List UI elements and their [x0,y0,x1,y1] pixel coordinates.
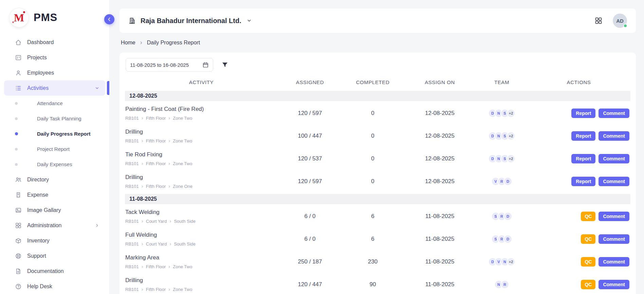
table-header: ACTIVITYASSIGNEDCOMPLETEDASSIGN ONTEAMAC… [125,74,630,90]
activity-cell: Tack Welding RB101›Court Yard›South Side [125,209,278,224]
completed-value: 0 [342,155,403,162]
completed-value: 0 [342,110,403,117]
assigned-value: 6 / 0 [278,236,342,242]
sidebar-item-image-gallary[interactable]: Image Gallary [4,202,105,218]
sidebar-item-support[interactable]: Support [4,248,105,263]
comment-button[interactable]: Comment [599,212,629,221]
sidebar-subitem-daily-task-planning[interactable]: Daily Task Planning [0,111,109,126]
path-segment: RB101 [125,116,139,121]
report-button[interactable]: Report [571,131,595,141]
date-range-picker[interactable] [126,58,213,72]
header-right: AD [594,14,627,28]
sidebar-item-dashboard[interactable]: Dashboard [4,35,105,50]
qc-button[interactable]: QC [581,280,595,290]
comment-button[interactable]: Comment [599,109,629,118]
comment-button[interactable]: Comment [599,234,629,244]
employees-icon [15,70,22,76]
sidebar-item-help-desk[interactable]: Help Desk [4,279,105,294]
path-segment: Fifth Floor [146,264,166,269]
activity-location-path: RB101›Fifth Floor›Zone Two [125,161,278,166]
qc-button[interactable]: QC [581,212,595,221]
completed-value: 230 [342,258,403,265]
row-actions: QCComment [527,280,630,290]
documentation-icon [15,268,22,275]
expense-icon [15,192,22,198]
filter-icon[interactable] [221,61,228,68]
subitem-label: Attendance [37,100,63,106]
company-selector[interactable]: Raja Bahadur International Ltd. [128,17,252,25]
assigned-value: 250 / 187 [278,258,342,265]
breadcrumb: Home › Daily Progress Report [121,39,634,47]
table-row: Drilling RB101›Fifth Floor›Zone Two 100 … [125,125,630,148]
activity-location-path: RB101›Fifth Floor›Zone Two [125,264,278,269]
chevron-right-icon: › [142,287,143,292]
user-avatar[interactable]: AD [613,14,627,28]
report-button[interactable]: Report [571,177,595,187]
sidebar-item-label: Support [27,253,46,259]
support-icon [15,253,22,259]
team-avatars: DNS+2 [476,154,527,163]
path-segment: South Side [174,219,196,224]
activity-cell: Marking Area RB101›Fifth Floor›Zone Two [125,254,278,269]
chevron-right-icon: › [142,241,143,246]
qc-button[interactable]: QC [581,257,595,267]
activity-name: Drilling [125,277,278,284]
path-segment: Zone Two [173,116,192,121]
assign-on-date: 11-08-2025 [403,213,476,220]
bullet-icon [15,132,18,135]
sidebar-subitem-daily-progress-report[interactable]: Daily Progress Report [0,126,109,141]
team-member-avatar[interactable]: R [500,280,509,289]
chevron-right-icon: › [168,287,170,292]
team-extra-count[interactable]: +2 [507,132,515,140]
path-segment: Fifth Floor [146,138,166,143]
sidebar-item-administration[interactable]: Administration [4,218,105,233]
sidebar-item-label: Inventory [27,238,50,244]
sidebar-item-directory[interactable]: Directory [4,172,105,187]
sidebar-subitem-attendance[interactable]: Attendance [0,96,109,111]
team-extra-count[interactable]: +2 [507,154,515,163]
comment-button[interactable]: Comment [599,257,629,267]
activity-cell: Drilling RB101›Fifth Floor›Zone One [125,174,278,189]
column-header-actions: ACTIONS [527,79,630,85]
team-extra-count[interactable]: +2 [507,257,515,266]
sidebar-item-documentation[interactable]: Documentation [4,263,105,279]
team-member-avatar[interactable]: D [503,177,512,186]
team-avatars: SRD [476,212,527,221]
team-extra-count[interactable]: +2 [507,109,515,118]
apps-grid-icon[interactable] [594,17,603,25]
row-actions: ReportComment [527,154,630,164]
column-header-team: TEAM [476,79,527,85]
breadcrumb-home[interactable]: Home [121,40,135,46]
sidebar-item-activities[interactable]: Activities [4,80,105,96]
comment-button[interactable]: Comment [599,177,629,187]
path-segment: Fifth Floor [146,161,166,166]
chevron-right-icon: › [168,138,170,143]
sidebar-item-inventory[interactable]: Inventory [4,233,105,248]
comment-button[interactable]: Comment [599,280,629,290]
qc-button[interactable]: QC [581,234,595,244]
team-member-avatar[interactable]: D [503,212,512,221]
sidebar-item-label: Administration [27,222,61,229]
sidebar-item-projects[interactable]: Projects [4,50,105,65]
path-segment: Zone Two [173,287,192,292]
sidebar-item-employees[interactable]: Employees [4,65,105,80]
activities-submenu: AttendanceDaily Task PlanningDaily Progr… [0,96,109,172]
team-member-avatar[interactable]: D [503,235,512,243]
assign-on-date: 12-08-2025 [403,110,476,117]
sidebar-item-label: Image Gallary [27,207,61,213]
sidebar-item-label: Expense [27,192,48,198]
activity-cell: Drilling RB101›Fifth Floor›Zone Two [125,129,278,143]
date-range-input[interactable] [130,62,200,68]
assign-on-date: 12-08-2025 [403,133,476,139]
sidebar-item-expense[interactable]: Expense [4,187,105,202]
subitem-label: Project Report [37,146,70,152]
report-button[interactable]: Report [571,109,595,118]
projects-icon [15,54,22,61]
sidebar-subitem-daily-expenses[interactable]: Daily Expenses [0,157,109,172]
sidebar-collapse-button[interactable] [104,14,114,24]
report-button[interactable]: Report [571,154,595,164]
comment-button[interactable]: Comment [599,131,629,141]
sidebar-nav: DashboardProjectsEmployeesActivitiesAtte… [0,35,109,294]
sidebar-subitem-project-report[interactable]: Project Report [0,141,109,157]
comment-button[interactable]: Comment [599,154,629,164]
